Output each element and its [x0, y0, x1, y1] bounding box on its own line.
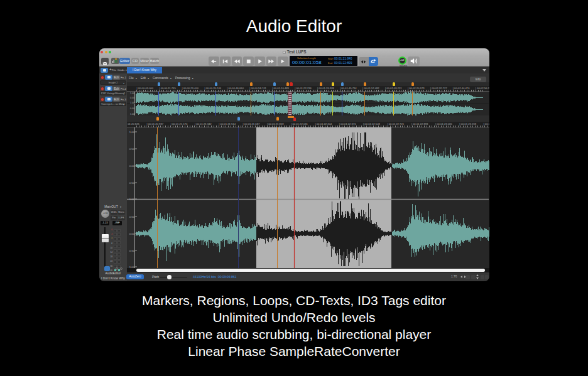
- svg-text:0.00: 0.00: [129, 164, 135, 168]
- svg-text:1.00: 1.00: [129, 131, 135, 134]
- svg-text:0.50: 0.50: [129, 215, 135, 218]
- svg-text:0.50: 0.50: [129, 249, 135, 252]
- svg-text:0.00: 0.00: [130, 107, 134, 110]
- svg-text:0.50: 0.50: [129, 148, 135, 151]
- svg-text:0.00: 0.00: [129, 232, 135, 235]
- svg-text:1.00: 1.00: [130, 92, 134, 95]
- svg-text:1.00: 1.00: [129, 198, 135, 201]
- svg-text:1.00: 1.00: [130, 102, 134, 104]
- svg-text:0.00: 0.00: [130, 97, 134, 99]
- svg-text:0.50: 0.50: [129, 181, 135, 185]
